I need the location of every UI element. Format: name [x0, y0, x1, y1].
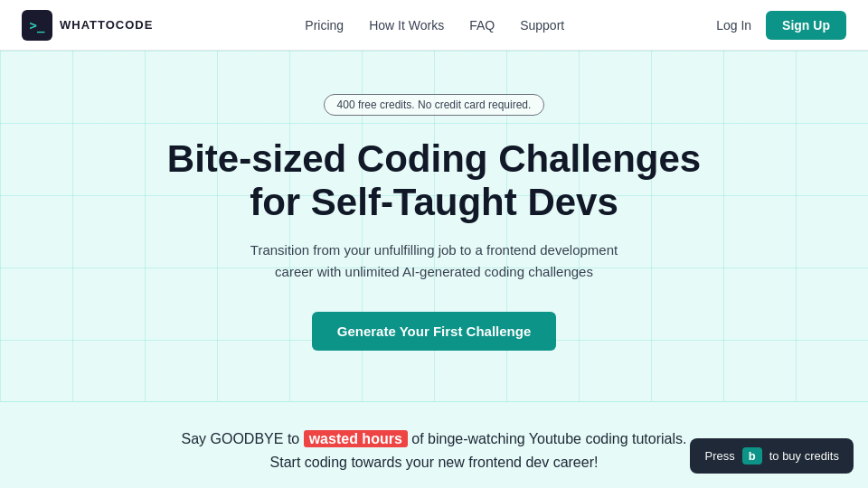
login-button[interactable]: Log In: [716, 18, 751, 33]
hero-title-line1: Bite-sized Coding Challenges: [167, 137, 701, 180]
logo: >_ WHATTOCODE: [22, 10, 153, 41]
nav-links: Pricing How It Works FAQ Support: [305, 18, 564, 33]
logo-text: WHATTOCODE: [60, 18, 153, 32]
navbar-actions: Log In Sign Up: [716, 11, 846, 40]
hero-title-line2: for Self-Taught Devs: [250, 181, 618, 223]
press-b-suffix: to buy credits: [769, 449, 839, 463]
signup-button[interactable]: Sign Up: [766, 11, 846, 40]
nav-how-it-works[interactable]: How It Works: [369, 18, 444, 33]
nav-pricing[interactable]: Pricing: [305, 18, 344, 33]
press-b-tooltip: Press b to buy credits: [690, 438, 854, 474]
cta-text-after: of binge-watching Youtube coding tutoria…: [408, 431, 687, 446]
hero-section: 400 free credits. No credit card require…: [0, 51, 868, 401]
press-b-prefix: Press: [704, 449, 734, 463]
nav-support[interactable]: Support: [520, 18, 564, 33]
hero-badge: 400 free credits. No credit card require…: [324, 94, 545, 116]
hero-subtitle: Transition from your unfulfilling job to…: [244, 239, 624, 283]
generate-challenge-button[interactable]: Generate Your First Challenge: [312, 312, 557, 351]
logo-icon: >_: [22, 10, 52, 41]
hero-title: Bite-sized Coding Challenges for Self-Ta…: [22, 137, 846, 225]
navbar: >_ WHATTOCODE Pricing How It Works FAQ S…: [0, 0, 868, 51]
press-b-key: b: [742, 447, 762, 465]
wasted-hours-highlight: wasted hours: [304, 430, 408, 447]
cta-text-before: Say GOODBYE to: [182, 431, 304, 446]
nav-faq[interactable]: FAQ: [469, 18, 495, 33]
